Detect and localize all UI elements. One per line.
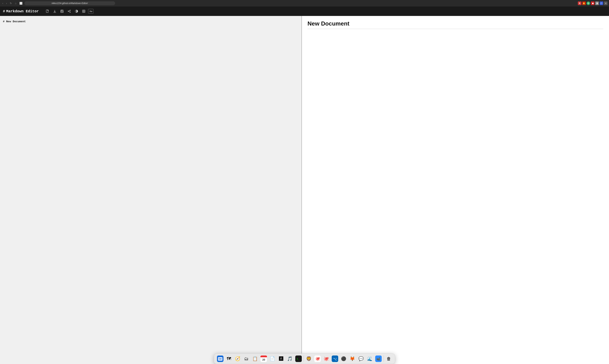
app-title: # Markdown Editor [3, 9, 39, 13]
svg-text:🐙: 🐙 [315, 356, 320, 361]
font-icon-label: Aa [89, 10, 92, 13]
svg-rect-0 [46, 10, 48, 13]
finder-icon[interactable] [216, 355, 224, 363]
dock-separator [304, 355, 304, 362]
svg-rect-26 [260, 356, 267, 357]
download-button[interactable] [52, 9, 58, 14]
markdown-editor[interactable]: # New Document [3, 20, 299, 360]
files-icon[interactable]: 🗂 [242, 355, 250, 363]
svg-point-7 [70, 10, 70, 11]
maps-icon[interactable]: 🗺 [225, 355, 233, 363]
reminders-icon[interactable]: 📋 [251, 355, 259, 363]
vscode-icon[interactable]: ⌥ [331, 355, 339, 363]
editor-pane: # New Document [0, 16, 302, 364]
svg-rect-6 [61, 11, 63, 13]
toolbar-icons: Aa [45, 9, 94, 14]
forward-button[interactable]: › [5, 1, 8, 5]
svg-line-10 [69, 11, 70, 11]
edge-icon[interactable]: 🌊 [366, 355, 374, 363]
editor-container: # New Document New Document [0, 16, 609, 364]
browser-chrome: ‹ › ↻ ⌂ ⬜ B 🔔 G ◼ ⊞ ⬡ ≡ [0, 0, 609, 7]
music-icon[interactable]: 🎵 [286, 355, 294, 363]
gitkraken-icon[interactable]: 🐙 [322, 355, 330, 363]
safari-icon[interactable]: 🧭 [234, 355, 242, 363]
view-button[interactable] [81, 9, 87, 14]
address-bar[interactable] [25, 1, 115, 5]
svg-line-1 [48, 10, 48, 11]
green-ext-icon[interactable]: G [586, 1, 590, 5]
trash-icon[interactable]: 🗑 [385, 355, 393, 363]
blue-ext-icon[interactable]: ⬡ [600, 1, 603, 5]
whatsapp-icon[interactable]: 💬 [357, 355, 365, 363]
new-document-button[interactable] [45, 9, 50, 14]
svg-text:20: 20 [262, 358, 265, 361]
svg-point-22 [219, 358, 220, 360]
notification-ext-icon[interactable]: 🔔 [582, 1, 586, 5]
title-hash: # [3, 9, 5, 13]
red-ext-icon[interactable]: ◼ [591, 1, 595, 5]
title-text: Markdown Editor [6, 9, 39, 13]
svg-point-23 [221, 358, 222, 360]
bookmark-button[interactable]: ⬜ [18, 1, 23, 5]
svg-rect-5 [61, 10, 62, 11]
home-button[interactable]: ⌂ [14, 1, 17, 5]
svg-point-8 [68, 11, 69, 12]
brave-ext-icon[interactable]: B [578, 1, 582, 5]
svg-text:⌥: ⌥ [333, 357, 337, 361]
menu-ext-icon[interactable]: ≡ [604, 1, 608, 5]
preview-pane: New Document [302, 16, 609, 364]
svg-line-11 [69, 12, 70, 12]
browser-extensions: B 🔔 G ◼ ⊞ ⬡ ≡ [578, 1, 608, 5]
dock-separator-2 [383, 355, 384, 362]
pdf-icon[interactable]: 📄 [269, 355, 276, 363]
save-button[interactable] [59, 9, 65, 14]
zoom-icon[interactable]: 📹 [375, 355, 382, 363]
font-button[interactable]: Aa [88, 9, 94, 13]
github-icon[interactable]: 🐙 [313, 355, 322, 363]
svg-text:$_: $_ [297, 358, 299, 360]
svg-text:📹: 📹 [377, 357, 381, 361]
firefox-icon[interactable]: 🦊 [348, 355, 356, 363]
brave-browser-icon[interactable]: 🦁 [305, 355, 313, 363]
svg-point-9 [70, 12, 70, 13]
grid-ext-icon[interactable]: ⊞ [595, 1, 599, 5]
appstore-icon[interactable]: 🅰 [277, 355, 285, 363]
back-button[interactable]: ‹ [1, 1, 4, 5]
refresh-button[interactable]: ↻ [9, 1, 13, 5]
github-desktop-icon[interactable]: ⚫ [340, 355, 348, 363]
preview-title: New Document [308, 20, 603, 29]
dock-bar: 🗺 🧭 🗂 📋 20 📄 🅰 🎵 $_ 🦁 🐙 🐙 ⌥ ⚫ 🦊 💬 [214, 353, 395, 364]
share-button[interactable] [66, 9, 72, 14]
terminal-icon[interactable]: $_ [295, 355, 302, 363]
calendar-icon[interactable]: 20 [260, 355, 268, 363]
theme-button[interactable] [74, 9, 79, 14]
app-toolbar: # Markdown Editor [0, 7, 609, 16]
